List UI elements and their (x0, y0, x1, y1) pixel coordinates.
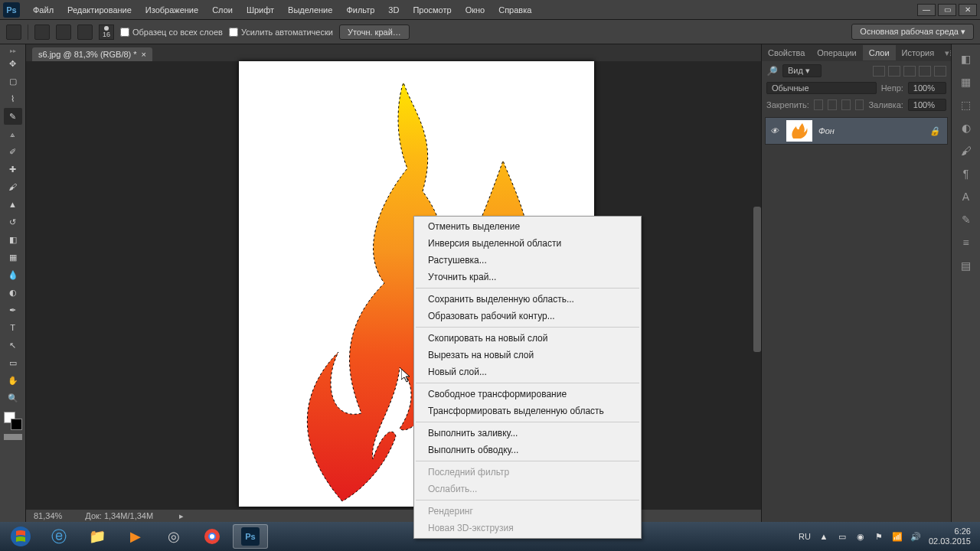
menu-select[interactable]: Выделение (281, 2, 339, 18)
ctx-item[interactable]: Отменить выделение (414, 218, 641, 235)
color-panel-icon[interactable]: ◧ (959, 52, 974, 66)
lasso-tool[interactable]: ⌇ (4, 90, 22, 107)
tray-flag-icon[interactable]: ▲ (818, 531, 829, 542)
layer-thumbnail[interactable] (786, 120, 812, 142)
filter-adj-icon[interactable] (888, 66, 900, 77)
brush-mode-new[interactable] (34, 24, 50, 40)
ctx-item[interactable]: Вырезать на новый слой (414, 347, 641, 364)
brushes-panel-icon[interactable]: 🖌 (959, 144, 974, 158)
refine-edge-button[interactable]: Уточн. край… (339, 24, 410, 40)
panel-tab-history[interactable]: История (896, 45, 941, 60)
tab-close-icon[interactable]: × (142, 50, 146, 59)
tray-network-icon[interactable]: 📶 (892, 531, 903, 542)
ctx-item[interactable]: Новый слой... (414, 364, 641, 380)
sample-all-layers-check[interactable]: Образец со всех слоев (120, 28, 223, 37)
brush-tool[interactable]: 🖌 (4, 178, 22, 195)
window-minimize[interactable]: — (917, 4, 936, 16)
eraser-tool[interactable]: ◧ (4, 231, 22, 248)
quick-select-tool[interactable]: ✎ (4, 108, 22, 125)
menu-help[interactable]: Справка (492, 2, 538, 18)
menu-file[interactable]: Файл (26, 2, 60, 18)
ctx-item[interactable]: Выполнить заливку... (414, 425, 641, 442)
workspace-switcher[interactable]: Основная рабочая среда ▾ (851, 24, 974, 40)
filter-type-icon[interactable] (903, 66, 916, 77)
ctx-item[interactable]: Трансформировать выделенную область (414, 403, 641, 419)
color-swatches[interactable] (4, 412, 22, 430)
tray-volume-icon[interactable]: 🔊 (910, 531, 921, 542)
adjust-panel-icon[interactable]: ◐ (959, 121, 974, 135)
opacity-input[interactable]: 100% (908, 82, 946, 94)
lock-all-icon[interactable] (855, 99, 864, 110)
menu-layers[interactable]: Слои (205, 2, 240, 18)
lock-pos-icon[interactable] (841, 99, 851, 110)
filter-shape-icon[interactable] (919, 66, 931, 77)
visibility-icon[interactable]: 👁 (768, 126, 780, 135)
panel-tab-properties[interactable]: Свойства (762, 45, 811, 60)
eyedropper-tool[interactable]: ✐ (4, 143, 22, 160)
auto-enhance-check[interactable]: Усилить автоматически (229, 28, 333, 37)
lock-trans-icon[interactable] (814, 99, 823, 110)
fill-input[interactable]: 100% (908, 99, 946, 111)
glyph-panel-icon[interactable]: A (959, 190, 974, 204)
zoom-readout[interactable]: 81,34% (34, 511, 62, 520)
menu-image[interactable]: Изображение (139, 2, 205, 18)
gradient-tool[interactable]: ▦ (4, 249, 22, 266)
blur-tool[interactable]: 💧 (4, 266, 22, 283)
lock-pix-icon[interactable] (828, 99, 837, 110)
taskbar-steam[interactable]: ◎ (156, 524, 191, 549)
taskbar-media[interactable]: ▶ (118, 524, 153, 549)
styles-panel-icon[interactable]: ⬚ (959, 98, 974, 112)
menu-view[interactable]: Просмотр (406, 2, 458, 18)
crop-tool[interactable]: ⟁ (4, 126, 22, 142)
tool-preset-icon[interactable] (6, 24, 21, 40)
taskbar-chrome[interactable] (194, 524, 230, 549)
menu-edit[interactable]: Редактирование (60, 2, 139, 18)
tray-action-icon[interactable]: ⚑ (874, 531, 884, 542)
zoom-tool[interactable]: 🔍 (4, 390, 22, 406)
dodge-tool[interactable]: ◐ (4, 284, 22, 301)
filter-smart-icon[interactable] (934, 66, 946, 77)
tray-video-icon[interactable]: ▭ (837, 531, 848, 542)
start-button[interactable] (3, 524, 38, 549)
char-panel-icon[interactable]: ¶ (959, 167, 974, 181)
panel-tab-actions[interactable]: Операции (811, 45, 862, 60)
history-brush-tool[interactable]: ↺ (4, 214, 22, 230)
menu-3d[interactable]: 3D (381, 2, 406, 18)
layer-row-background[interactable]: 👁 Фон 🔒 (765, 117, 948, 145)
healing-tool[interactable]: ✚ (4, 161, 22, 178)
swatches-panel-icon[interactable]: ▦ (959, 75, 974, 89)
tray-shield-icon[interactable]: ◉ (855, 531, 866, 542)
document-tab[interactable]: s6.jpg @ 81,3% (RGB/8) *× (32, 47, 152, 61)
ctx-item[interactable]: Сохранить выделенную область... (414, 291, 641, 308)
path-panel-icon[interactable]: ✎ (959, 213, 974, 227)
taskbar-ie[interactable]: ⓔ (41, 524, 77, 549)
taskbar-explorer[interactable]: 📁 (80, 524, 115, 549)
stamp-tool[interactable]: ▲ (4, 196, 22, 213)
brush-mode-add[interactable] (56, 24, 71, 40)
type-tool[interactable]: T (4, 319, 22, 336)
filter-pix-icon[interactable] (873, 66, 885, 77)
hand-tool[interactable]: ✋ (4, 372, 22, 389)
path-select-tool[interactable]: ↖ (4, 337, 22, 354)
tray-lang[interactable]: RU (799, 532, 811, 541)
vertical-scrollbar[interactable] (753, 207, 761, 352)
shape-tool[interactable]: ▭ (4, 354, 22, 371)
menu-type[interactable]: Шрифт (240, 2, 281, 18)
brush-size-picker[interactable]: 16 (99, 24, 114, 40)
move-tool[interactable]: ✥ (4, 55, 22, 72)
menu-window[interactable]: Окно (459, 2, 492, 18)
ctx-item[interactable]: Образовать рабочий контур... (414, 308, 641, 324)
marquee-tool[interactable]: ▢ (4, 73, 22, 90)
ctx-item[interactable]: Выполнить обводку... (414, 442, 641, 458)
ctx-item[interactable]: Растушевка... (414, 252, 641, 269)
brush-mode-sub[interactable] (77, 24, 93, 40)
ctx-item[interactable]: Скопировать на новый слой (414, 330, 641, 347)
nav-panel-icon[interactable]: ▤ (959, 259, 974, 272)
blend-mode-select[interactable]: Обычные (766, 82, 877, 94)
layer-filter-kind[interactable]: Вид ▾ (782, 64, 822, 77)
info-panel-icon[interactable]: ≡ (959, 236, 974, 249)
taskbar-photoshop[interactable]: Ps (233, 524, 268, 549)
ctx-item[interactable]: Инверсия выделенной области (414, 235, 641, 252)
ctx-item[interactable]: Уточнить край... (414, 269, 641, 285)
ctx-item[interactable]: Свободное трансформирование (414, 386, 641, 403)
